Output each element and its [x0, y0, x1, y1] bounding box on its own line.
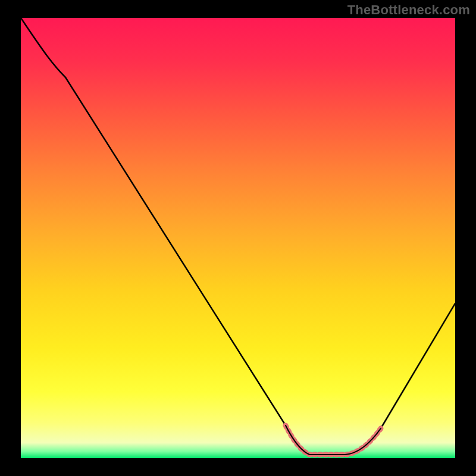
plot-gradient-area — [21, 18, 455, 458]
chart-frame: TheBottleneck.com — [0, 0, 476, 476]
watermark-text: TheBottleneck.com — [347, 2, 470, 18]
bottleneck-curve-chart — [0, 0, 476, 476]
